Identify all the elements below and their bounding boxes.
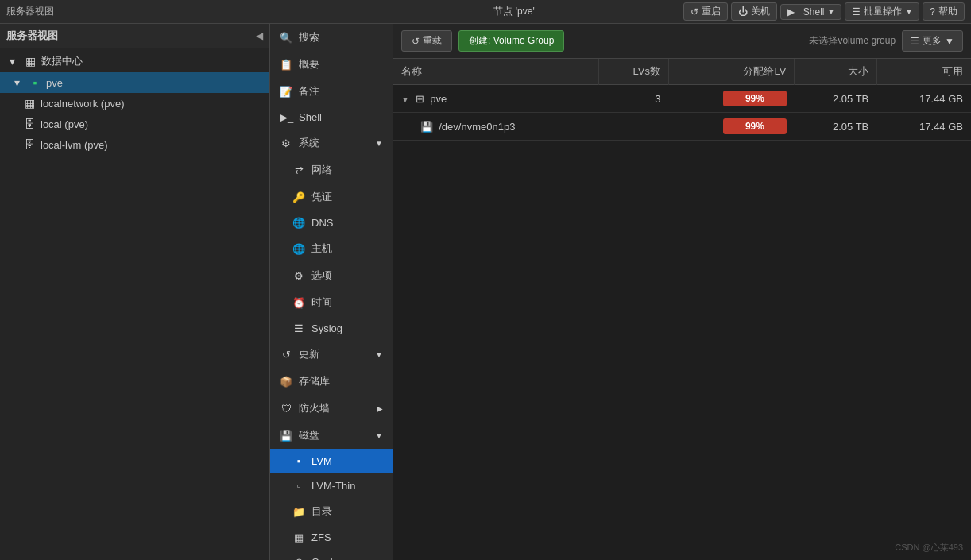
nav-credentials[interactable]: 🔑 凭证 [270, 183, 393, 210]
tree-item-local-lvm[interactable]: 🗄 local-lvm (pve) [0, 134, 269, 155]
chevron-down-icon5: ▼ [375, 431, 383, 440]
nav-dns[interactable]: 🌐 DNS [270, 210, 393, 235]
allocated-bar: 99% [723, 91, 787, 106]
nav-firewall[interactable]: 🛡 防火墙 ▶ [270, 395, 393, 422]
col-available: 可用 [876, 59, 971, 85]
system-icon: ⚙ [280, 137, 292, 149]
vg-icon: ⊞ [416, 93, 424, 105]
terminal-icon: ▶_ [787, 6, 800, 17]
disk-icon: 💾 [280, 430, 292, 442]
cell-name: 💾 /dev/nvme0n1p3 [393, 113, 599, 141]
device-name: /dev/nvme0n1p3 [439, 121, 515, 133]
lvm-thin-icon: ▫ [292, 480, 305, 492]
nav-time[interactable]: ⏰ 时间 [270, 289, 393, 316]
table-row[interactable]: ▼ ⊞ pve 399%2.05 TB17.44 GB [393, 85, 971, 113]
local-lvm-icon: 🗄 [22, 138, 37, 151]
storage-grid-icon: ▦ [22, 97, 37, 110]
tree-item-local[interactable]: 🗄 local (pve) [0, 114, 269, 134]
firewall-icon: 🛡 [280, 403, 292, 415]
cell-available: 17.44 GB [876, 85, 971, 113]
cell-lvs-count: 3 [599, 85, 669, 113]
sidebar-header-title: 服务器视图 [6, 29, 58, 43]
tree-item-pve[interactable]: ▾ ▪ pve [0, 72, 269, 93]
cell-available: 17.44 GB [876, 113, 971, 141]
tree-item-localnetwork[interactable]: ▦ localnetwork (pve) [0, 93, 269, 114]
nav-disks[interactable]: 💾 磁盘 ▼ [270, 422, 393, 449]
nav-updates[interactable]: ↺ 更新 ▼ [270, 341, 393, 368]
content-toolbar: ↺ 重载 创建: Volume Group 未选择volume group ☰ … [393, 24, 971, 59]
datacenter-label: 数据中心 [41, 54, 83, 68]
local-lvm-label: local-lvm (pve) [41, 139, 108, 151]
cell-allocated: 99% [669, 85, 795, 113]
options-icon: ⚙ [292, 270, 305, 282]
list-icon: ☰ [852, 6, 861, 17]
col-name: 名称 [393, 59, 599, 85]
ceph-icon: ⊙ [292, 556, 305, 560]
summary-icon: 📋 [280, 59, 292, 71]
nav-lvm[interactable]: ▪ LVM [270, 449, 393, 473]
col-size: 大小 [795, 59, 876, 85]
search-icon: 🔍 [280, 32, 292, 44]
vg-select-placeholder: 未选择volume group [809, 34, 896, 48]
more-button[interactable]: ☰ 更多 ▼ [902, 30, 963, 52]
nav-search[interactable]: 🔍 搜索 [270, 24, 393, 51]
shutdown-button[interactable]: ⏻ 关机 [731, 2, 777, 21]
dns-icon: 🌐 [292, 217, 305, 229]
sidebar: 服务器视图 ◀ ▾ ▦ 数据中心 ▾ ▪ pve ▦ localnetwork … [0, 24, 270, 560]
credential-icon: 🔑 [292, 191, 305, 203]
nav-options[interactable]: ⚙ 选项 [270, 262, 393, 289]
repo-icon: 📦 [280, 376, 292, 388]
network-icon: ⇄ [292, 164, 305, 176]
nav-hosts[interactable]: 🌐 主机 [270, 235, 393, 262]
datacenter-icon: ▾ [5, 55, 19, 68]
cell-allocated: 99% [669, 113, 795, 141]
top-header: 服务器视图 节点 'pve' ↺ 重启 ⏻ 关机 ▶_ Shell ▼ ☰ 批量… [0, 0, 971, 24]
nav-ceph[interactable]: ⊙ Ceph ▶ [270, 550, 393, 560]
main-layout: 服务器视图 ◀ ▾ ▦ 数据中心 ▾ ▪ pve ▦ localnetwork … [0, 24, 971, 560]
lvm-icon: ▪ [292, 455, 305, 467]
header-actions: ↺ 重启 ⏻ 关机 ▶_ Shell ▼ ☰ 批量操作 ▼ ? 帮助 [683, 2, 965, 21]
syslog-icon: ☰ [292, 322, 305, 334]
cell-size: 2.05 TB [795, 85, 876, 113]
nav-syslog[interactable]: ☰ Syslog [270, 316, 393, 341]
chevron-down-icon4: ▼ [375, 350, 383, 359]
notes-icon: 📝 [280, 86, 292, 98]
cell-lvs-count [599, 113, 669, 141]
nav-summary[interactable]: 📋 概要 [270, 51, 393, 78]
tree-section: ▾ ▦ 数据中心 ▾ ▪ pve ▦ localnetwork (pve) 🗄 … [0, 48, 269, 156]
directory-icon: 📁 [292, 506, 305, 518]
sidebar-collapse-button[interactable]: ◀ [256, 30, 263, 41]
nav-notes[interactable]: 📝 备注 [270, 78, 393, 105]
nav-lvm-thin[interactable]: ▫ LVM-Thin [270, 473, 393, 498]
help-icon: ? [930, 6, 935, 17]
table-container: 名称 LVs数 分配给LV 大小 可用 ▼ ⊞ pve 399%2.05 TB1… [393, 59, 971, 141]
nav-system[interactable]: ⚙ 系统 ▼ [270, 129, 393, 156]
help-button[interactable]: ? 帮助 [923, 2, 965, 21]
allocated-bar: 99% [723, 118, 787, 134]
localnetwork-label: localnetwork (pve) [41, 98, 125, 110]
tree-item-datacenter[interactable]: ▾ ▦ 数据中心 [0, 50, 269, 72]
create-vg-button[interactable]: 创建: Volume Group [458, 30, 564, 52]
disk-icon: 💾 [420, 121, 433, 133]
row-expand-chevron[interactable]: ▼ [401, 95, 409, 104]
restart-button[interactable]: ↺ 重启 [683, 2, 728, 21]
shutdown-icon: ⏻ [738, 6, 748, 17]
nav-repos[interactable]: 📦 存储库 [270, 368, 393, 395]
table-row[interactable]: 💾 /dev/nvme0n1p3 99%2.05 TB17.44 GB [393, 113, 971, 141]
reload-button[interactable]: ↺ 重载 [401, 30, 452, 52]
col-lvs: LVs数 [599, 59, 669, 85]
sidebar-header: 服务器视图 ◀ [0, 24, 269, 48]
nav-network[interactable]: ⇄ 网络 [270, 156, 393, 183]
batch-ops-button[interactable]: ☰ 批量操作 ▼ [845, 2, 919, 21]
lvm-table: 名称 LVs数 分配给LV 大小 可用 ▼ ⊞ pve 399%2.05 TB1… [393, 59, 971, 141]
content-area: ↺ 重载 创建: Volume Group 未选择volume group ☰ … [393, 24, 971, 560]
restart-icon: ↺ [691, 6, 698, 17]
node-pve-label: pve [46, 77, 63, 89]
reload-icon: ↺ [412, 36, 420, 47]
nav-directory[interactable]: 📁 目录 [270, 498, 393, 525]
nav-zfs[interactable]: ▦ ZFS [270, 525, 393, 550]
nav-shell[interactable]: ▶_ Shell [270, 105, 393, 129]
node-status-icon: ▪ [28, 76, 42, 89]
shell-button[interactable]: ▶_ Shell ▼ [780, 4, 841, 20]
watermark: CSDN @心莱493 [895, 542, 963, 554]
